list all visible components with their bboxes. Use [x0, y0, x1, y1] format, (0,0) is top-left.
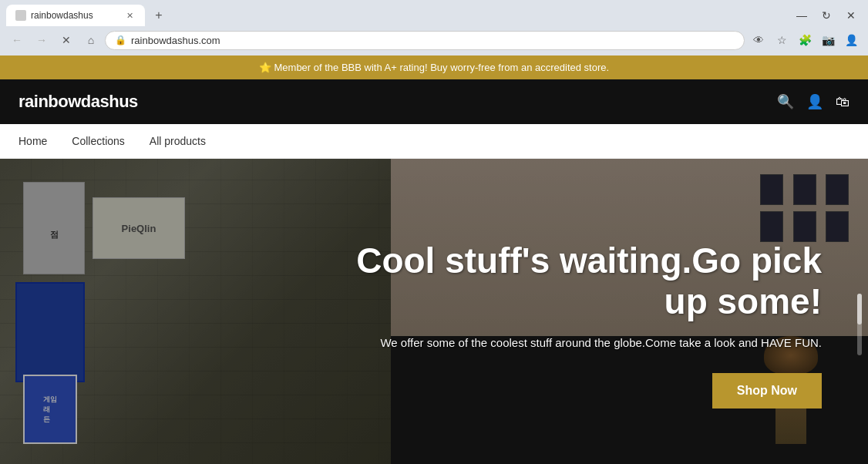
tab-label: rainbowdashus [31, 10, 119, 21]
stop-button[interactable]: ✕ [56, 29, 77, 51]
announcement-text: ⭐ Member of the BBB with A+ rating! Buy … [259, 62, 609, 73]
scroll-thumb [857, 294, 862, 324]
minimize-button[interactable]: — [791, 5, 812, 26]
hero-subtext: We offer some of the coolest stuff aroun… [347, 335, 822, 352]
tab-close-button[interactable]: ✕ [123, 9, 136, 22]
home-button[interactable]: ⌂ [80, 29, 102, 51]
browser-titlebar: rainbowdashus ✕ + — ↻ ✕ [0, 0, 868, 26]
nav-home[interactable]: Home [19, 124, 59, 158]
scroll-hint [857, 294, 862, 355]
bookmark-button[interactable]: ☆ [771, 29, 792, 51]
browser-chrome: rainbowdashus ✕ + — ↻ ✕ ← → ✕ ⌂ 🔒 rainbo… [0, 0, 868, 55]
toolbar-actions: 👁 ☆ 🧩 📷 👤 [748, 29, 862, 51]
announcement-bar: ⭐ Member of the BBB with A+ rating! Buy … [0, 55, 868, 79]
hero-content: Cool stuff's waiting.Go pick up some! We… [0, 240, 868, 409]
cart-icon[interactable]: 🛍 [836, 94, 849, 110]
search-icon[interactable]: 🔍 [777, 93, 794, 110]
url-text: rainbowdashus.com [131, 35, 735, 46]
nav-all-products[interactable]: All products [137, 124, 218, 158]
browser-tab[interactable]: rainbowdashus ✕ [6, 5, 145, 26]
site-logo[interactable]: rainbowdashus [19, 92, 777, 112]
tab-favicon [15, 10, 26, 21]
profile-button[interactable]: 👤 [840, 29, 862, 51]
eye-off-button[interactable]: 👁 [748, 29, 769, 51]
new-tab-button[interactable]: + [148, 5, 170, 26]
ssl-icon: 🔒 [115, 35, 126, 45]
shop-now-button[interactable]: Shop Now [712, 373, 822, 409]
hero-section: 점 PieQlin 게임래든 [0, 159, 868, 464]
account-icon[interactable]: 👤 [806, 93, 823, 110]
back-button[interactable]: ← [6, 29, 28, 51]
forward-button[interactable]: → [31, 29, 52, 51]
hero-headline: Cool stuff's waiting.Go pick up some! [347, 240, 822, 322]
screenshot-button[interactable]: 📷 [817, 29, 839, 51]
restore-button[interactable]: ↻ [816, 5, 837, 26]
close-button[interactable]: ✕ [840, 5, 862, 26]
nav-collections[interactable]: Collections [59, 124, 136, 158]
browser-toolbar: ← → ✕ ⌂ 🔒 rainbowdashus.com 👁 ☆ 🧩 📷 👤 [0, 26, 868, 55]
site-header: rainbowdashus 🔍 👤 🛍 [0, 79, 868, 124]
site-wrapper: ⭐ Member of the BBB with A+ rating! Buy … [0, 55, 868, 464]
extensions-button[interactable]: 🧩 [794, 29, 816, 51]
header-icons: 🔍 👤 🛍 [777, 93, 849, 110]
site-nav: Home Collections All products [0, 124, 868, 159]
address-bar[interactable]: 🔒 rainbowdashus.com [105, 31, 745, 50]
window-controls: — ↻ ✕ [791, 5, 862, 26]
